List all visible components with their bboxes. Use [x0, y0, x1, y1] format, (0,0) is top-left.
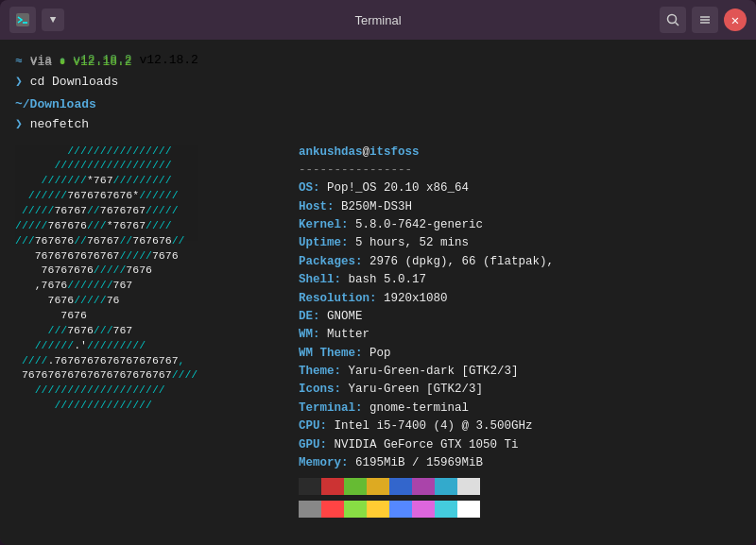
os-row: OS: Pop!_OS 20.10 x86_64 — [299, 179, 554, 197]
neofetch-cmd-line: ❯ neofetch — [15, 115, 741, 134]
color-swatch-8 — [299, 501, 321, 518]
close-button[interactable]: ✕ — [724, 9, 747, 31]
titlebar-right: ✕ — [660, 7, 747, 33]
svg-point-2 — [668, 15, 677, 24]
search-button[interactable] — [660, 7, 686, 33]
kernel-row: Kernel: 5.8.0-7642-generic — [299, 216, 554, 234]
dropdown-button[interactable]: ▼ — [42, 9, 64, 31]
color-swatch-9 — [321, 501, 344, 518]
color-swatch-0 — [299, 478, 321, 495]
color-swatch-5 — [412, 478, 435, 495]
color-swatch-12 — [389, 501, 412, 518]
shell-row: Shell: bash 5.0.17 — [299, 271, 554, 289]
color-swatch-4 — [389, 478, 412, 495]
terminal-body[interactable]: ~ via ● v12.18.2 v12.18.2 ~ via ● v12.18… — [0, 40, 756, 545]
color-swatch-7 — [457, 478, 480, 495]
at-sign: @ — [363, 145, 370, 159]
neofetch-cmd: neofetch — [30, 117, 89, 131]
tilde-sym: ~ — [15, 55, 23, 69]
node-circle: ● — [60, 57, 66, 68]
arrow-1: ❯ — [15, 75, 23, 89]
color-swatch-11 — [367, 501, 389, 518]
menu-button[interactable] — [692, 7, 718, 33]
color-swatch-2 — [344, 478, 367, 495]
pwd-line: ~/Downloads — [15, 95, 741, 114]
pwd-text: ~/Downloads — [15, 97, 96, 111]
window-title: Terminal — [354, 13, 401, 27]
info-panel: ankushdas@itsfoss ---------------- OS: P… — [299, 144, 554, 535]
terminal-window: ▼ Terminal ✕ ~ via — [0, 0, 756, 545]
cpu-row: CPU: Intel i5-7400 (4) @ 3.500GHz — [299, 417, 554, 435]
color-swatch-13 — [412, 501, 435, 518]
svg-line-3 — [676, 23, 679, 26]
gpu-row: GPU: NVIDIA GeForce GTX 1050 Ti — [299, 436, 554, 454]
ascii-art: //////////////// ////////////////// ////… — [15, 144, 280, 535]
color-swatch-3 — [367, 478, 389, 495]
resolution-row: Resolution: 1920x1080 — [299, 290, 554, 308]
color-swatch-1 — [321, 478, 344, 495]
cmd-line-via: ~ via ● v12.18.2 — [15, 53, 741, 72]
uptime-row: Uptime: 5 hours, 52 mins — [299, 234, 554, 252]
titlebar: ▼ Terminal ✕ — [0, 0, 756, 40]
neofetch-output: //////////////// ////////////////// ////… — [15, 144, 741, 535]
cmd-line-cd: ❯ cd Downloads — [15, 73, 741, 92]
de-row: DE: GNOME — [299, 308, 554, 326]
memory-row: Memory: 6195MiB / 15969MiB — [299, 454, 554, 472]
hostname: itsfoss — [369, 145, 420, 159]
theme-row: Theme: Yaru-Green-dark [GTK2/3] — [299, 363, 554, 381]
terminal-icon[interactable] — [9, 7, 36, 33]
wm-theme-row: WM Theme: Pop — [299, 345, 554, 363]
username: ankushdas — [299, 145, 363, 159]
titlebar-left: ▼ — [9, 7, 64, 33]
info-username-line: ankushdas@itsfoss — [299, 144, 554, 162]
color-swatch-10 — [344, 501, 367, 518]
wm-row: WM: Mutter — [299, 326, 554, 344]
color-swatches-2 — [299, 501, 554, 518]
color-swatch-15 — [457, 501, 480, 518]
color-swatch-6 — [435, 478, 457, 495]
via-word: via — [30, 55, 60, 69]
packages-row: Packages: 2976 (dpkg), 66 (flatpak), — [299, 253, 554, 271]
cd-cmd: cd Downloads — [30, 75, 119, 89]
icons-row: Icons: Yaru-Green [GTK2/3] — [299, 381, 554, 399]
arrow-2: ❯ — [15, 117, 23, 131]
host-row: Host: B250M-DS3H — [299, 198, 554, 216]
color-swatches — [299, 478, 554, 495]
terminal-row: Terminal: gnome-terminal — [299, 400, 554, 417]
separator: ---------------- — [299, 162, 554, 179]
node-v: v12.18.2 — [73, 55, 131, 69]
color-swatch-14 — [435, 501, 457, 518]
